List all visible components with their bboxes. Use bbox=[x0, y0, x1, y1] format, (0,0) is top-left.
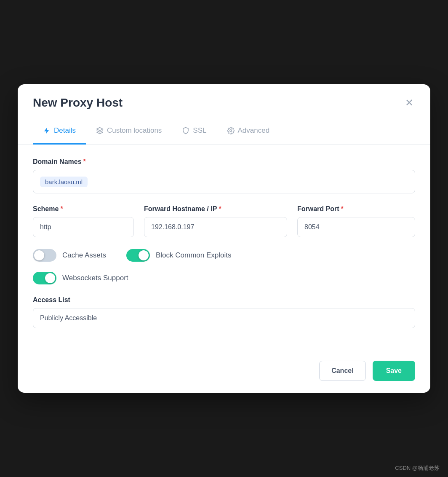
block-exploits-toggle[interactable] bbox=[126, 249, 150, 262]
websockets-track bbox=[33, 272, 56, 284]
domain-names-required: * bbox=[83, 158, 86, 166]
svg-marker-0 bbox=[96, 128, 103, 131]
cache-assets-label: Cache Assets bbox=[62, 251, 106, 260]
cache-assets-toggle-item: Cache Assets bbox=[33, 249, 106, 262]
access-list-input[interactable] bbox=[33, 308, 415, 328]
tab-ssl-label: SSL bbox=[193, 126, 206, 135]
block-exploits-toggle-item: Block Common Exploits bbox=[126, 249, 232, 262]
cancel-button[interactable]: Cancel bbox=[319, 361, 365, 381]
domain-names-label: Domain Names * bbox=[33, 158, 415, 166]
modal-dialog: New Proxy Host ✕ Details bbox=[18, 84, 430, 393]
modal-header: New Proxy Host ✕ bbox=[18, 84, 430, 118]
svg-point-1 bbox=[229, 130, 232, 132]
tab-bar: Details Custom locations bbox=[18, 118, 430, 145]
save-button[interactable]: Save bbox=[373, 361, 415, 381]
tab-custom-locations-label: Custom locations bbox=[107, 126, 162, 135]
modal-overlay: New Proxy Host ✕ Details bbox=[0, 0, 448, 477]
tab-details-label: Details bbox=[54, 126, 76, 135]
tab-advanced[interactable]: Advanced bbox=[217, 118, 280, 145]
websockets-thumb bbox=[45, 273, 55, 283]
websockets-toggle[interactable] bbox=[33, 272, 56, 284]
forward-port-field: Forward Port * bbox=[297, 205, 415, 237]
bolt-icon bbox=[43, 127, 51, 134]
scheme-hostname-port-row: Scheme * Forward Hostname / IP * bbox=[33, 205, 415, 237]
forward-port-input[interactable] bbox=[297, 217, 415, 237]
modal-body: Domain Names * bark.laosu.ml Scheme * bbox=[18, 145, 430, 342]
tab-custom-locations[interactable]: Custom locations bbox=[86, 118, 172, 145]
cache-assets-thumb bbox=[34, 250, 44, 260]
cache-assets-track bbox=[33, 249, 56, 262]
access-list-section: Access List bbox=[33, 296, 415, 328]
block-exploits-label: Block Common Exploits bbox=[156, 251, 232, 260]
close-icon: ✕ bbox=[405, 97, 413, 108]
websockets-toggle-item: Websockets Support bbox=[33, 272, 128, 284]
toggles-row-2: Websockets Support bbox=[33, 272, 415, 284]
gear-icon bbox=[227, 127, 235, 134]
close-button[interactable]: ✕ bbox=[403, 96, 415, 110]
toggles-row-1: Cache Assets Block Common Exploits bbox=[33, 249, 415, 262]
access-list-label: Access List bbox=[33, 296, 70, 304]
scheme-field: Scheme * bbox=[33, 205, 134, 237]
block-exploits-track bbox=[126, 249, 150, 262]
cache-assets-toggle[interactable] bbox=[33, 249, 56, 262]
scheme-input[interactable] bbox=[33, 217, 134, 237]
domain-tag: bark.laosu.ml bbox=[40, 177, 88, 187]
shield-icon bbox=[182, 127, 189, 134]
forward-hostname-field: Forward Hostname / IP * bbox=[144, 205, 287, 237]
domain-names-field: Domain Names * bark.laosu.ml bbox=[33, 158, 415, 193]
websockets-label: Websockets Support bbox=[62, 274, 128, 282]
layers-icon bbox=[96, 127, 104, 134]
tab-details[interactable]: Details bbox=[33, 118, 86, 145]
tab-ssl[interactable]: SSL bbox=[172, 118, 216, 145]
block-exploits-thumb bbox=[139, 250, 149, 260]
domain-names-input[interactable]: bark.laosu.ml bbox=[33, 170, 415, 193]
watermark: CSDN @杨浦老苏 bbox=[395, 464, 440, 472]
forward-hostname-input[interactable] bbox=[144, 217, 287, 237]
modal-title: New Proxy Host bbox=[33, 96, 123, 110]
tab-advanced-label: Advanced bbox=[238, 126, 270, 135]
modal-footer: Cancel Save bbox=[18, 352, 430, 393]
